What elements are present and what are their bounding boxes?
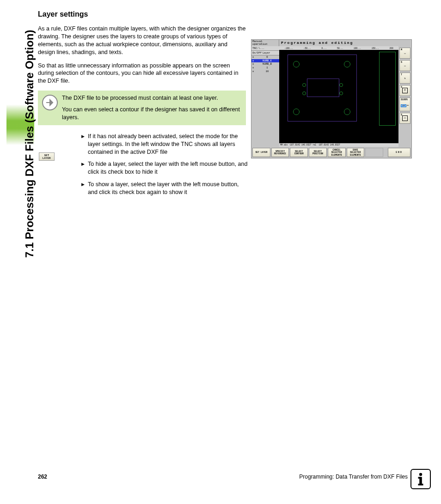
sk-set-layer[interactable]: SET LAYER — [252, 148, 270, 157]
dxf-hole-6 — [339, 83, 343, 87]
vkey-s[interactable]: S▭ — [399, 60, 410, 71]
tnc-screenshot: Manual operation Programming and editing… — [251, 39, 412, 158]
set-layer-softkey: SETLAYER — [39, 152, 55, 161]
ss-softkey-row: SET LAYER SPECIFY REFERENCE SELECT CONTO… — [251, 147, 411, 158]
bullet-2: To hide a layer, select the layer with t… — [81, 160, 248, 176]
dxf-hole-2 — [344, 61, 350, 67]
ss-tnc-path: TNC:\... — [251, 46, 279, 51]
sk-end[interactable]: END — [388, 148, 410, 157]
sk-save-selected[interactable]: SAVE SELECTED ELEMENTS — [347, 148, 365, 157]
page-number: 262 — [38, 474, 47, 480]
bullet-1: If it has not already been activated, se… — [81, 133, 248, 156]
dxf-hole-5 — [302, 83, 306, 87]
intro-para-1: As a rule, DXF files contain multiple la… — [38, 25, 246, 56]
dxf-hole-7 — [302, 91, 306, 95]
vkey-s100[interactable]: S100% OFF ON — [399, 97, 410, 111]
ss-mode: Manual operation — [251, 40, 279, 46]
sk-cancel-selected[interactable]: CANCEL SELECTED ELEMENTS — [328, 148, 346, 157]
ss-layer-header: On/Off Layer — [251, 51, 279, 55]
ss-layer-row-4[interactable]: ☒16 — [251, 70, 279, 73]
ss-status: MM abs -107.0142 140.0327 rel -107.0142 … — [279, 143, 398, 147]
ss-layer-row-0[interactable]: ☒0 — [251, 55, 279, 59]
instruction-list: If it has not already been activated, se… — [81, 133, 248, 196]
dxf-hole-4 — [344, 109, 350, 115]
ss-drawing-area[interactable]: -100...-50...0...50...100...150...200 MM… — [279, 46, 398, 147]
svg-point-1 — [419, 473, 422, 476]
sk-specify-ref[interactable]: SPECIFY REFERENCE — [271, 148, 289, 157]
sk-select-position[interactable]: SELECT POSITION — [309, 148, 327, 157]
vkey-s-plus[interactable]: S+ — [399, 85, 410, 96]
info-icon — [410, 469, 431, 489]
ss-vkeys: M▭ S▭ T⇅ S+ S100% OFF ON S− — [398, 46, 411, 147]
bullet-3: To show a layer, select the layer with t… — [81, 181, 248, 196]
dxf-side-panel — [379, 52, 396, 126]
ss-layer-panel: TNC:\... On/Off Layer ☒0 ☒NURB_K ☒NURB_B… — [251, 46, 279, 147]
note-line-1: The DXF file to be processed must contai… — [62, 94, 241, 102]
ss-layer-row-3[interactable]: ☒1 — [251, 66, 279, 70]
sk-select-contour[interactable]: SELECT CONTOUR — [290, 148, 308, 157]
dxf-inner — [307, 79, 339, 97]
ss-ruler: -100...-50...0...50...100...150...200 — [279, 46, 398, 50]
vkey-t[interactable]: T⇅ — [399, 73, 410, 84]
sidebar-title: 7.1 Processing DXF Files (Software Optio… — [23, 30, 36, 258]
arrow-right-icon — [38, 94, 62, 111]
note-line-2: You can even select a contour if the des… — [62, 106, 241, 121]
page-footer: 262 Programming: Data Transfer from DXF … — [38, 474, 408, 480]
dxf-hole-3 — [293, 109, 300, 115]
intro-para-2: So that as little unnecessary informatio… — [38, 62, 246, 85]
sk-empty — [365, 148, 383, 157]
ss-layer-row-1[interactable]: ☒NURB_K — [251, 59, 279, 63]
ss-layer-row-2[interactable]: ☒NURB_B — [251, 62, 279, 66]
footer-chapter: Programming: Data Transfer from DXF File… — [299, 474, 408, 480]
ss-title: Programming and editing — [279, 40, 411, 46]
vkey-s-minus[interactable]: S− — [399, 113, 410, 124]
svg-rect-3 — [418, 477, 421, 479]
section-heading: Layer settings — [38, 10, 246, 18]
note-box: The DXF file to be processed must contai… — [38, 91, 246, 125]
svg-rect-4 — [418, 484, 423, 486]
vkey-m[interactable]: M▭ — [399, 48, 410, 59]
dxf-hole-1 — [293, 61, 300, 67]
dxf-hole-8 — [339, 91, 343, 95]
